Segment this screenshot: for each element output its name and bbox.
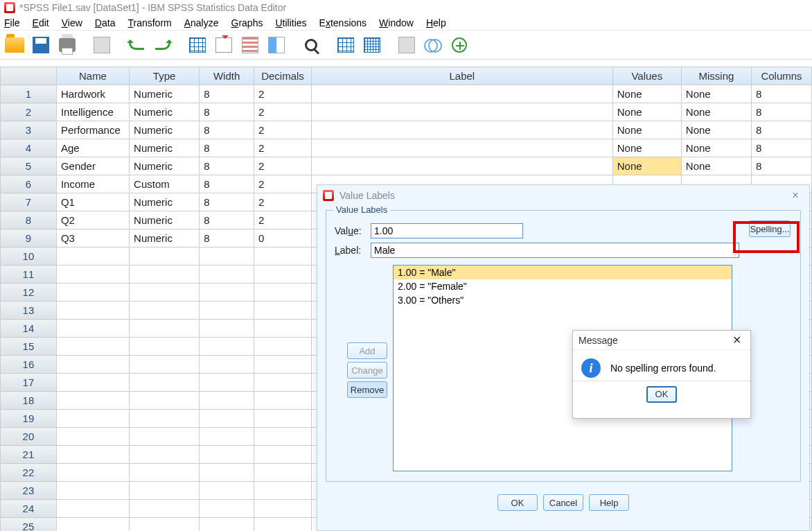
value-labels-toggle[interactable] [421,33,445,57]
cell-label[interactable] [311,103,612,121]
change-button[interactable]: Change [347,362,387,378]
cell-width[interactable]: 8 [200,139,254,157]
cell-missing[interactable]: None [681,121,751,139]
menu-data[interactable]: Data [95,17,116,28]
print-button[interactable] [55,33,79,57]
table-row[interactable]: 3PerformanceNumeric82NoneNone8 [1,121,812,139]
col-width[interactable]: Width [200,67,254,85]
row-header[interactable]: 4 [1,139,57,157]
cell-type[interactable]: Numeric [130,211,200,229]
cell-name[interactable]: Income [56,175,129,193]
col-name[interactable]: Name [56,67,129,85]
help-button[interactable]: Help [589,494,629,511]
cell-name[interactable]: Hardwork [56,85,129,103]
open-button[interactable] [3,33,26,57]
list-item[interactable]: 1.00 = "Male" [394,266,732,279]
cell-type[interactable]: Numeric [130,85,200,103]
value-input[interactable] [371,223,523,238]
row-header[interactable]: 9 [1,229,57,247]
cell-values[interactable]: None [612,139,681,157]
menu-utilities[interactable]: Utilities [275,17,306,28]
table-row[interactable]: 5GenderNumeric82NoneNone8 [1,157,812,175]
cell-missing[interactable]: None [681,103,751,121]
label-input[interactable] [371,243,739,258]
row-header[interactable]: 6 [1,175,57,193]
table-row[interactable]: 1HardworkNumeric82NoneNone8 [1,85,812,103]
row-header[interactable]: 14 [1,320,57,338]
cell-values[interactable]: None [612,121,681,139]
weight-button[interactable] [360,33,384,57]
row-header[interactable]: 1 [1,85,57,103]
message-ok-button[interactable]: OK [646,386,677,403]
message-close-button[interactable]: ✕ [728,333,745,347]
cell-type[interactable]: Numeric [130,103,200,121]
row-header[interactable]: 11 [1,266,57,284]
cell-decimals[interactable]: 2 [254,193,312,211]
run-desc-button[interactable] [265,33,288,57]
menu-window[interactable]: Window [379,17,414,28]
row-header[interactable]: 3 [1,121,57,139]
row-header[interactable]: 23 [1,482,57,500]
goto-var-button[interactable] [212,33,236,57]
row-header[interactable]: 5 [1,157,57,175]
col-values[interactable]: Values [612,67,681,85]
add-button[interactable]: Add [347,342,387,359]
cell-width[interactable]: 8 [200,157,254,175]
row-header[interactable]: 2 [1,103,57,121]
cell-type[interactable]: Numeric [130,121,200,139]
row-header[interactable]: 16 [1,356,57,374]
find-button[interactable] [299,33,323,57]
cell-missing[interactable]: None [681,139,751,157]
row-header[interactable]: 17 [1,374,57,392]
menu-help[interactable]: Help [426,17,446,28]
variables-button[interactable] [238,33,262,57]
recall-button[interactable] [90,33,114,57]
row-header[interactable]: 13 [1,302,57,320]
cell-missing[interactable]: None [681,85,751,103]
cell-type[interactable]: Custom [130,175,200,193]
select-cases-button[interactable] [395,33,418,57]
list-item[interactable]: 3.00 = "Others" [394,293,732,307]
cell-name[interactable]: Age [56,139,129,157]
cell-name[interactable]: Q2 [56,211,129,229]
use-sets-button[interactable] [448,33,471,57]
cell-label[interactable] [311,157,612,175]
cell-decimals[interactable]: 2 [254,211,312,229]
cell-values[interactable]: None [612,103,681,121]
menu-file[interactable]: File [4,17,20,28]
cell-columns[interactable]: 8 [751,139,811,157]
cell-name[interactable]: Gender [56,157,129,175]
remove-button[interactable]: Remove [347,381,387,398]
cell-label[interactable] [311,121,612,139]
col-type[interactable]: Type [130,67,200,85]
spelling-button[interactable]: Spelling... [749,220,791,237]
undo-button[interactable] [125,33,148,57]
cell-width[interactable]: 8 [200,229,254,247]
row-header[interactable]: 8 [1,211,57,229]
col-decimals[interactable]: Decimals [254,67,312,85]
message-titlebar[interactable]: Message ✕ [573,331,750,350]
cancel-button[interactable]: Cancel [543,494,583,511]
cell-type[interactable]: Numeric [130,229,200,247]
cell-label[interactable] [311,139,612,157]
save-button[interactable] [29,33,53,57]
row-header[interactable]: 15 [1,338,57,356]
cell-columns[interactable]: 8 [751,85,811,103]
cell-label[interactable] [311,85,612,103]
dialog-titlebar[interactable]: Value Labels × [317,185,809,206]
cell-name[interactable]: Intelligence [56,103,129,121]
cell-width[interactable]: 8 [200,211,254,229]
cell-name[interactable]: Q1 [56,193,129,211]
cell-decimals[interactable]: 2 [254,103,312,121]
col-columns[interactable]: Columns [751,67,811,85]
table-row[interactable]: 2IntelligenceNumeric82NoneNone8 [1,103,812,121]
cell-columns[interactable]: 8 [751,157,811,175]
cell-values[interactable]: None [612,157,681,175]
cell-width[interactable]: 8 [200,103,254,121]
row-header[interactable]: 19 [1,410,57,428]
col-missing[interactable]: Missing [681,67,751,85]
table-row[interactable]: 4AgeNumeric82NoneNone8 [1,139,812,157]
row-header[interactable]: 18 [1,392,57,410]
cell-columns[interactable]: 8 [751,121,811,139]
cell-columns[interactable]: 8 [751,103,811,121]
